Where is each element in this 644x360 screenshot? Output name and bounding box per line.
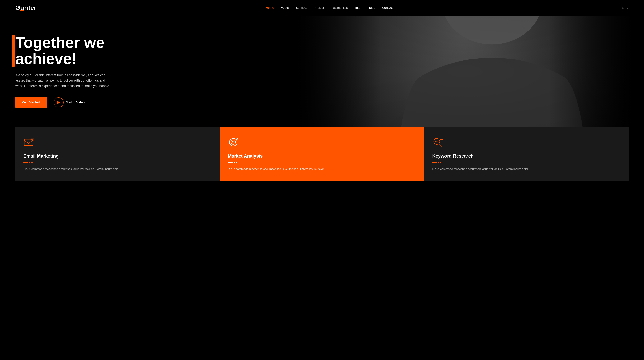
keyword-research-icon: SEO: [432, 136, 444, 148]
hero-subtext: We study our clients interest from all p…: [15, 73, 111, 89]
get-started-button[interactable]: Get Started: [15, 97, 47, 108]
svg-point-8: [30, 138, 34, 141]
hero-actions: Get Started Watch Video: [15, 97, 111, 108]
nav-about[interactable]: About: [281, 6, 289, 10]
logo[interactable]: Günter: [15, 4, 36, 11]
card-underline-3: [432, 162, 620, 163]
nav-home[interactable]: Home: [266, 6, 274, 10]
email-marketing-text: Risus commodo maecenas accumsan lacus ve…: [24, 167, 212, 171]
hero-heading: Together we achieve!: [15, 35, 111, 67]
nav-testimonials[interactable]: Testimonials: [331, 6, 348, 10]
cards-section: Email Marketing Risus commodo maecenas a…: [0, 127, 644, 181]
hero-heading-line2: achieve!: [15, 50, 77, 67]
keyword-research-title: Keyword Research: [432, 153, 620, 159]
nav-team[interactable]: Team: [354, 6, 362, 10]
email-marketing-icon: [24, 136, 35, 148]
market-analysis-icon: [228, 136, 240, 148]
nav-services[interactable]: Services: [296, 6, 308, 10]
navbar: Günter Home About Services Project Testi…: [0, 0, 644, 16]
hero-content: Together we achieve! We study our client…: [0, 23, 126, 119]
play-circle-icon: [54, 97, 64, 107]
nav-blog[interactable]: Blog: [369, 6, 375, 10]
watch-video-link[interactable]: Watch Video: [54, 97, 84, 107]
keyword-research-text: Risus commodo maecenas accumsan lacus ve…: [432, 167, 620, 171]
card-market-analysis: Market Analysis Risus commodo maecenas a…: [220, 127, 424, 181]
market-analysis-text: Risus commodo maecenas accumsan lacus ve…: [228, 167, 416, 171]
orange-accent-bar: [12, 35, 14, 67]
play-triangle-icon: [57, 101, 60, 104]
hero-heading-line1: Together we: [15, 34, 104, 51]
card-underline-1: [24, 162, 212, 163]
hero-section: Together we achieve! We study our client…: [0, 16, 644, 127]
hero-person-image: [298, 16, 632, 127]
nav-links: Home About Services Project Testimonials…: [266, 6, 393, 10]
nav-project[interactable]: Project: [314, 6, 324, 10]
market-analysis-title: Market Analysis: [228, 153, 416, 159]
watch-video-label: Watch Video: [66, 101, 84, 104]
svg-point-11: [232, 141, 234, 143]
card-underline-2: [228, 162, 416, 163]
email-marketing-title: Email Marketing: [24, 153, 212, 159]
language-selector[interactable]: En ⇅: [622, 6, 629, 10]
svg-text:SEO: SEO: [435, 141, 439, 143]
card-email-marketing: Email Marketing Risus commodo maecenas a…: [15, 127, 220, 181]
svg-point-10: [231, 140, 236, 144]
nav-contact[interactable]: Contact: [382, 6, 393, 10]
card-keyword-research: SEO Keyword Research Risus commodo maece…: [424, 127, 629, 181]
